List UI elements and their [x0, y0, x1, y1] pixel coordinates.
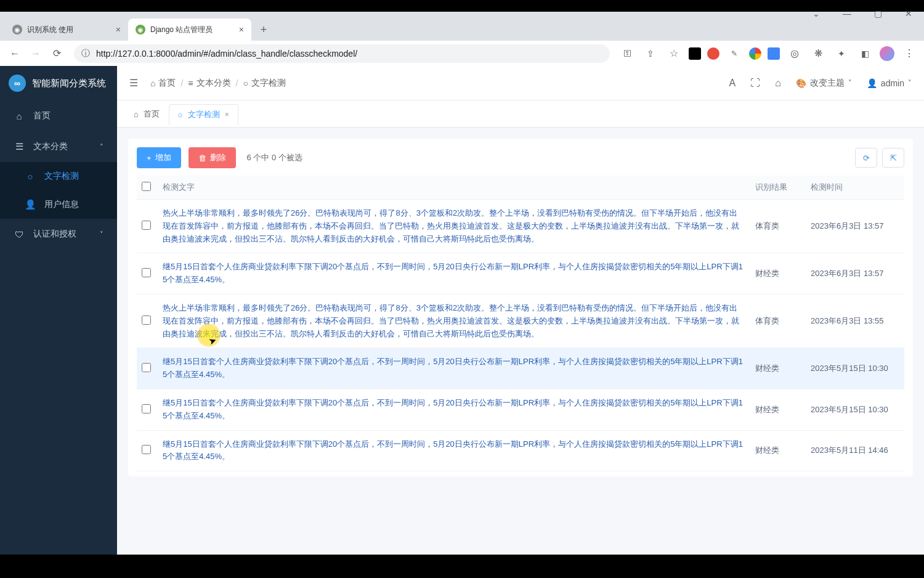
- theme-dropdown[interactable]: 🎨 改变主题 ˅: [796, 78, 852, 89]
- browser-tab[interactable]: ◉ 识别系统 使用 ×: [5, 18, 128, 41]
- chevron-down-icon: ˅: [848, 79, 852, 87]
- sidebar-item-auth[interactable]: 🛡 认证和授权 ˅: [0, 219, 117, 250]
- delete-button[interactable]: 🗑 删除: [188, 147, 236, 168]
- sidebar-item-classification[interactable]: ☰ 文本分类 ˄: [0, 131, 117, 162]
- close-icon[interactable]: ×: [116, 25, 121, 35]
- chevron-down-icon[interactable]: ⌄: [806, 5, 827, 22]
- user-icon: 👤: [867, 78, 877, 88]
- row-checkbox[interactable]: [142, 363, 151, 372]
- globe-icon: ◉: [12, 25, 22, 35]
- table-row: 继5月15日首套个人住房商业贷款利率下限下调20个基点后，不到一周时间，5月20…: [137, 430, 904, 471]
- column-header-select: [137, 176, 158, 200]
- back-icon[interactable]: ←: [6, 45, 23, 62]
- chevron-up-icon: ˄: [100, 143, 103, 151]
- page-tabs: ⌂ 首页 ○ 文字检测 ×: [117, 100, 924, 128]
- sidebar: ∞ 智能新闻分类系统 ⌂ 首页 ☰ 文本分类 ˄ ○ 文字检测 👤 用户信息: [0, 66, 117, 555]
- row-checkbox[interactable]: [142, 404, 151, 413]
- sidebar-submenu: ○ 文字检测 👤 用户信息: [0, 162, 117, 219]
- page-tab-detection[interactable]: ○ 文字检测 ×: [169, 104, 238, 125]
- trash-icon: 🗑: [198, 153, 206, 163]
- profile-avatar[interactable]: [880, 46, 894, 61]
- tab-title: Django 站点管理员: [150, 25, 234, 35]
- sidebar-item-user-info[interactable]: 👤 用户信息: [0, 190, 117, 219]
- row-time: 2023年6月3日 13:57: [806, 253, 904, 295]
- extension-icon[interactable]: ◎: [786, 45, 803, 62]
- user-dropdown[interactable]: 👤 admin ˅: [867, 78, 912, 88]
- top-header: ☰ ⌂ 首页 / ≡ 文本分类 / ○ 文字检测 A ⛶: [117, 66, 924, 100]
- list-icon: ≡: [188, 78, 193, 88]
- url-bar[interactable]: ⓘ http://127.0.0.1:8000/admin/#/admin/cl…: [74, 44, 610, 63]
- maximize-icon[interactable]: ▢: [867, 5, 888, 22]
- content: + 增加 🗑 删除 6 个中 0 个被选 ⟳ ⇱: [117, 128, 924, 555]
- row-text-link[interactable]: 继5月15日首套个人住房商业贷款利率下限下调20个基点后，不到一周时间，5月20…: [163, 398, 743, 420]
- site-info-icon[interactable]: ⓘ: [81, 48, 90, 59]
- extensions-puzzle-icon[interactable]: ✦: [833, 45, 850, 62]
- share-icon[interactable]: ⇪: [642, 45, 659, 62]
- home-button[interactable]: ⌂: [775, 78, 781, 89]
- home-icon: ⌂: [150, 78, 155, 88]
- add-button[interactable]: + 增加: [137, 147, 181, 168]
- breadcrumb-detection[interactable]: ○ 文字检测: [243, 78, 285, 89]
- breadcrumb-separator: /: [236, 78, 238, 88]
- breadcrumb-classification[interactable]: ≡ 文本分类: [188, 78, 230, 89]
- chevron-down-icon: ˅: [100, 230, 103, 238]
- chevron-down-icon: ˅: [908, 79, 912, 87]
- page-tab-home[interactable]: ⌂ 首页: [124, 104, 169, 124]
- menu-icon[interactable]: ⋮: [901, 45, 918, 62]
- browser-nav-bar: ← → ⟳ ⓘ http://127.0.0.1:8000/admin/#/ad…: [0, 41, 924, 66]
- select-all-checkbox[interactable]: [142, 182, 151, 191]
- reload-icon[interactable]: ⟳: [48, 45, 65, 62]
- extension-icon[interactable]: [689, 47, 701, 60]
- sidebar-item-label: 首页: [33, 110, 51, 121]
- sidebar-item-label: 认证和授权: [33, 229, 76, 240]
- font-size-button[interactable]: A: [729, 78, 736, 89]
- row-result: 财经类: [750, 430, 806, 471]
- page-tab-label: 文字检测: [188, 109, 220, 120]
- key-icon[interactable]: ⚿: [618, 45, 636, 62]
- sidebar-item-home[interactable]: ⌂ 首页: [0, 100, 117, 131]
- list-icon: ☰: [14, 141, 25, 152]
- extension-icon[interactable]: [749, 47, 761, 60]
- row-text-link[interactable]: 热火上半场非常顺利，最多时领先了26分。巴特勒表现尚可，得了8分、3个篮板和2次…: [163, 303, 739, 338]
- browser-tab[interactable]: ◉ Django 站点管理员 ×: [128, 18, 251, 41]
- row-text-link[interactable]: 继5月15日首套个人住房商业贷款利率下限下调20个基点后，不到一周时间，5月20…: [163, 262, 743, 284]
- header-actions: A ⛶ ⌂ 🎨 改变主题 ˅ 👤 admin ˅: [729, 78, 912, 89]
- close-icon[interactable]: ×: [225, 110, 229, 119]
- refresh-button[interactable]: ⟳: [855, 148, 877, 168]
- minimize-icon[interactable]: —: [837, 5, 857, 22]
- extension-icon[interactable]: ✎: [726, 45, 743, 62]
- column-header-text[interactable]: 检测文字: [158, 176, 750, 200]
- extension-icon[interactable]: [707, 47, 719, 60]
- user-icon: 👤: [25, 199, 36, 210]
- circle-icon: ○: [25, 171, 36, 182]
- extension-icon[interactable]: [768, 47, 780, 60]
- row-text-link[interactable]: 继5月15日首套个人住房商业贷款利率下限下调20个基点后，不到一周时间，5月20…: [163, 439, 743, 462]
- forward-icon[interactable]: →: [27, 45, 44, 62]
- breadcrumb-home[interactable]: ⌂ 首页: [150, 78, 176, 89]
- home-icon: ⌂: [134, 110, 139, 119]
- app-logo[interactable]: ∞ 智能新闻分类系统: [0, 66, 117, 100]
- row-checkbox[interactable]: [142, 445, 151, 454]
- row-text-link[interactable]: 热火上半场非常顺利，最多时领先了26分。巴特勒表现尚可，得了8分、3个篮板和2次…: [163, 208, 739, 243]
- row-checkbox[interactable]: [142, 315, 151, 325]
- sidebar-toggle-icon[interactable]: ☰: [129, 77, 138, 89]
- row-text-link[interactable]: 继5月15日首套个人住房商业贷款利率下限下调20个基点后，不到一周时间，5月20…: [163, 357, 743, 379]
- toolbar: + 增加 🗑 删除 6 个中 0 个被选 ⟳ ⇱: [137, 147, 904, 168]
- row-result: 财经类: [750, 253, 806, 295]
- extension-icon[interactable]: ❋: [809, 45, 827, 62]
- row-result: 体育类: [750, 294, 806, 348]
- row-checkbox[interactable]: [142, 268, 151, 277]
- row-checkbox[interactable]: [142, 221, 151, 230]
- export-button[interactable]: ⇱: [882, 148, 904, 168]
- close-icon[interactable]: ×: [239, 25, 244, 35]
- column-header-result[interactable]: 识别结果: [750, 176, 806, 200]
- column-header-time[interactable]: 检测时间: [806, 176, 904, 200]
- close-window-icon[interactable]: ✕: [898, 5, 919, 22]
- sidebar-item-text-detection[interactable]: ○ 文字检测: [0, 162, 117, 190]
- new-tab-button[interactable]: +: [255, 21, 272, 38]
- browser-chrome: ◉ 识别系统 使用 × ◉ Django 站点管理员 × + ⌄ — ▢ ✕ ←…: [0, 12, 924, 66]
- fullscreen-icon[interactable]: ⛶: [750, 78, 760, 89]
- external-link-icon: ⇱: [890, 153, 897, 163]
- star-icon[interactable]: ☆: [665, 45, 683, 62]
- sidepanel-icon[interactable]: ◧: [856, 45, 873, 62]
